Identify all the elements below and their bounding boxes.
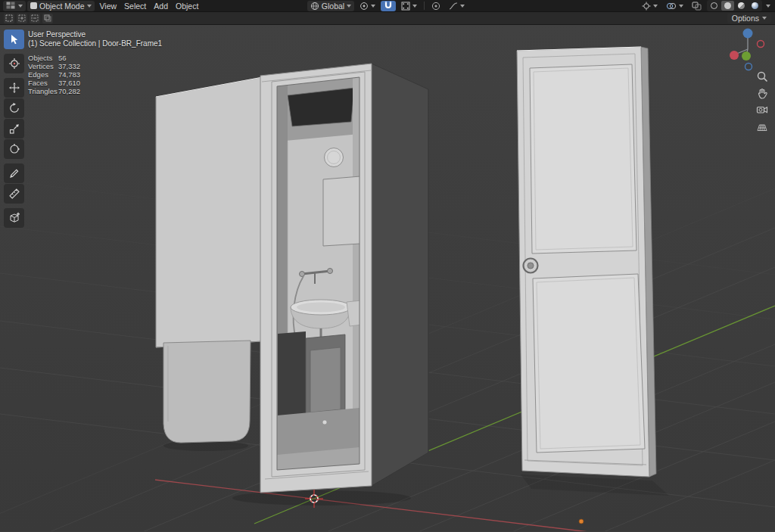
stat-row: Objects56 bbox=[28, 54, 162, 62]
tool-scale-button[interactable] bbox=[4, 119, 24, 138]
editor-type-button[interactable] bbox=[3, 1, 26, 11]
magnet-icon bbox=[384, 1, 393, 11]
tool-rotate-button[interactable] bbox=[4, 98, 24, 118]
mode-label: Object Mode bbox=[39, 2, 85, 11]
chevron-down-icon bbox=[460, 5, 465, 8]
global-orientation-icon bbox=[310, 2, 319, 11]
viewport-side-controls bbox=[755, 69, 770, 134]
rendered-sphere-icon bbox=[752, 2, 758, 9]
door-shadow bbox=[521, 474, 669, 496]
chevron-down-icon bbox=[87, 5, 92, 8]
chevron-down-icon bbox=[653, 5, 658, 8]
chevron-down-icon bbox=[412, 5, 417, 8]
view-perspective-label: User Perspective bbox=[28, 30, 162, 39]
menu-object[interactable]: Object bbox=[172, 1, 202, 11]
material-sphere-icon bbox=[738, 2, 745, 9]
tool-select-box-button[interactable] bbox=[4, 30, 24, 49]
chevron-down-icon bbox=[347, 5, 351, 8]
scale-tool-icon bbox=[8, 123, 20, 135]
overlays-icon bbox=[666, 2, 677, 11]
snap-target-icon bbox=[401, 2, 410, 11]
pod-shadow bbox=[232, 490, 411, 506]
door-lower-panel bbox=[533, 274, 645, 453]
stat-row: Vertices37,332 bbox=[28, 62, 162, 70]
header-menus: View Select Add Object bbox=[96, 1, 203, 11]
toggle-xray-button[interactable] bbox=[689, 1, 705, 11]
door-object[interactable] bbox=[517, 47, 656, 477]
proportional-editing-toggle[interactable] bbox=[428, 1, 444, 11]
shading-solid-button[interactable] bbox=[721, 1, 734, 11]
mirror bbox=[323, 176, 360, 246]
tool-move-button[interactable] bbox=[4, 78, 24, 98]
tool-add-cube-button[interactable] bbox=[4, 208, 24, 228]
pivot-point-dropdown[interactable] bbox=[356, 1, 378, 11]
menu-add[interactable]: Add bbox=[150, 1, 172, 11]
proportional-falloff-dropdown[interactable] bbox=[446, 1, 468, 11]
viewport-editor-icon bbox=[6, 2, 16, 10]
pan-button[interactable] bbox=[755, 86, 770, 101]
3d-scene[interactable] bbox=[0, 25, 775, 531]
shading-wireframe-button[interactable] bbox=[708, 1, 721, 11]
select-mode-intersect-button[interactable] bbox=[42, 14, 53, 23]
select-intersect-icon bbox=[44, 14, 51, 22]
shading-material-button[interactable] bbox=[735, 1, 748, 11]
pod-interior bbox=[277, 77, 362, 470]
bathroom-pod[interactable] bbox=[260, 64, 428, 493]
navigation-gizmo[interactable] bbox=[725, 26, 770, 75]
chevron-down-icon bbox=[766, 5, 770, 8]
viewport-info: User Perspective (1) Scene Collection | … bbox=[28, 30, 162, 95]
transform-orientation-dropdown[interactable]: Global bbox=[307, 1, 354, 11]
detached-panel[interactable] bbox=[156, 77, 263, 347]
menu-view[interactable]: View bbox=[96, 1, 121, 11]
options-button[interactable]: Options bbox=[727, 13, 771, 23]
toggle-projection-button[interactable] bbox=[755, 119, 770, 134]
gizmo-x-axis-neg bbox=[758, 41, 764, 48]
select-subtract-icon bbox=[31, 14, 39, 22]
add-cube-icon bbox=[8, 212, 20, 224]
blender-window: Object Mode View Select Add Object Globa… bbox=[0, 0, 775, 532]
select-mode-extend-button[interactable] bbox=[17, 14, 27, 23]
shading-rendered-button[interactable] bbox=[749, 1, 761, 11]
water-tank[interactable] bbox=[163, 341, 251, 443]
tool-transform-button[interactable] bbox=[4, 139, 24, 159]
stat-row: Triangles70,282 bbox=[28, 87, 162, 95]
show-gizmo-dropdown[interactable] bbox=[639, 1, 661, 11]
scene-statistics: Objects56 Vertices37,332 Edges74,783 Fac… bbox=[28, 54, 162, 95]
shading-options-dropdown[interactable] bbox=[764, 1, 772, 11]
camera-icon bbox=[756, 104, 768, 116]
active-object-breadcrumb: (1) Scene Collection | Door-BR_Frame1 bbox=[28, 39, 162, 48]
tool-measure-button[interactable] bbox=[4, 184, 24, 204]
3d-cursor-tool-icon bbox=[8, 58, 20, 70]
mode-selector[interactable]: Object Mode bbox=[27, 1, 95, 11]
chevron-down-icon bbox=[679, 5, 683, 8]
stat-row: Faces37,610 bbox=[28, 79, 162, 87]
rotate-tool-icon bbox=[8, 102, 20, 114]
select-mode-subtract-button[interactable] bbox=[30, 14, 40, 23]
chevron-down-icon bbox=[371, 5, 375, 8]
tool-settings-bar: Options bbox=[0, 12, 775, 25]
gizmo-z-axis bbox=[743, 29, 753, 39]
perspective-grid-icon bbox=[756, 120, 768, 132]
gizmo-icon bbox=[642, 2, 651, 11]
snap-settings-dropdown[interactable] bbox=[398, 1, 420, 11]
gizmo-x-axis bbox=[730, 51, 739, 60]
viewport-header: Object Mode View Select Add Object Globa… bbox=[0, 0, 775, 12]
stat-row: Edges74,783 bbox=[28, 70, 162, 79]
shading-mode-switch bbox=[707, 0, 762, 11]
hand-icon bbox=[756, 87, 768, 99]
show-overlays-dropdown[interactable] bbox=[663, 1, 686, 11]
gizmo-y-axis bbox=[742, 51, 751, 61]
tool-annotate-button[interactable] bbox=[4, 163, 24, 183]
tool-cursor-button[interactable] bbox=[4, 54, 24, 73]
menu-select[interactable]: Select bbox=[120, 1, 150, 11]
select-extend-icon bbox=[18, 14, 26, 22]
camera-view-button[interactable] bbox=[755, 102, 770, 117]
move-tool-icon bbox=[8, 82, 20, 94]
snap-toggle-button[interactable] bbox=[381, 1, 396, 11]
select-mode-new-button[interactable] bbox=[4, 14, 14, 23]
annotate-pencil-icon bbox=[8, 167, 20, 179]
object-origin-dot bbox=[579, 519, 584, 524]
zoom-button[interactable] bbox=[755, 69, 770, 84]
falloff-curve-icon bbox=[449, 2, 458, 11]
3d-viewport[interactable]: User Perspective (1) Scene Collection | … bbox=[0, 25, 775, 531]
